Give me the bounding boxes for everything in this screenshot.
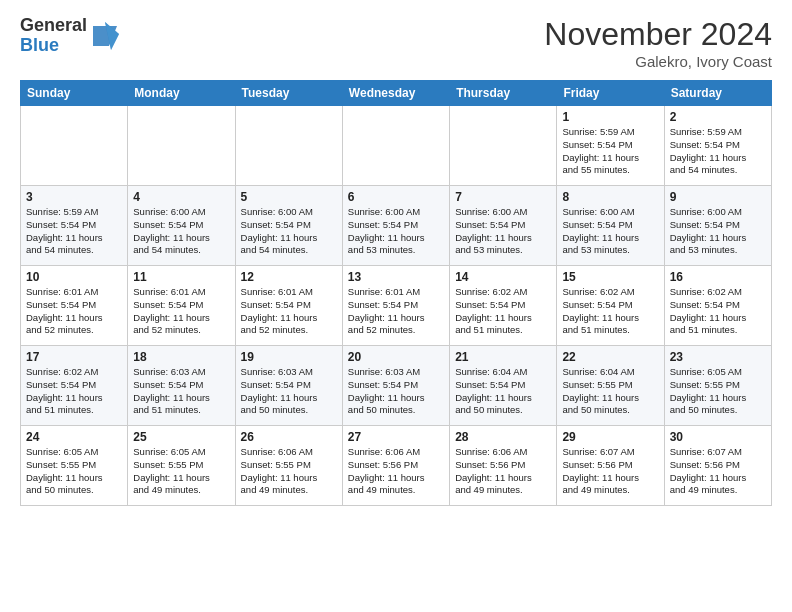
- day-info: Sunrise: 6:01 AMSunset: 5:54 PMDaylight:…: [133, 286, 229, 337]
- day-number: 6: [348, 190, 444, 204]
- col-monday: Monday: [128, 81, 235, 106]
- day-info: Sunrise: 6:03 AMSunset: 5:54 PMDaylight:…: [133, 366, 229, 417]
- day-number: 17: [26, 350, 122, 364]
- day-info: Sunrise: 5:59 AMSunset: 5:54 PMDaylight:…: [670, 126, 766, 177]
- title-block: November 2024 Galekro, Ivory Coast: [544, 16, 772, 70]
- calendar-cell: 18Sunrise: 6:03 AMSunset: 5:54 PMDayligh…: [128, 346, 235, 426]
- calendar-cell: 11Sunrise: 6:01 AMSunset: 5:54 PMDayligh…: [128, 266, 235, 346]
- page: General Blue November 2024 Galekro, Ivor…: [0, 0, 792, 612]
- logo-blue: Blue: [20, 36, 87, 56]
- day-number: 23: [670, 350, 766, 364]
- day-number: 29: [562, 430, 658, 444]
- day-info: Sunrise: 6:06 AMSunset: 5:56 PMDaylight:…: [455, 446, 551, 497]
- calendar-cell: [21, 106, 128, 186]
- calendar-cell: 12Sunrise: 6:01 AMSunset: 5:54 PMDayligh…: [235, 266, 342, 346]
- col-sunday: Sunday: [21, 81, 128, 106]
- day-info: Sunrise: 6:05 AMSunset: 5:55 PMDaylight:…: [133, 446, 229, 497]
- day-info: Sunrise: 6:03 AMSunset: 5:54 PMDaylight:…: [348, 366, 444, 417]
- day-info: Sunrise: 6:05 AMSunset: 5:55 PMDaylight:…: [670, 366, 766, 417]
- calendar-cell: 8Sunrise: 6:00 AMSunset: 5:54 PMDaylight…: [557, 186, 664, 266]
- day-info: Sunrise: 6:00 AMSunset: 5:54 PMDaylight:…: [348, 206, 444, 257]
- col-friday: Friday: [557, 81, 664, 106]
- day-info: Sunrise: 6:06 AMSunset: 5:55 PMDaylight:…: [241, 446, 337, 497]
- day-number: 27: [348, 430, 444, 444]
- col-thursday: Thursday: [450, 81, 557, 106]
- day-info: Sunrise: 6:02 AMSunset: 5:54 PMDaylight:…: [670, 286, 766, 337]
- calendar-cell: 7Sunrise: 6:00 AMSunset: 5:54 PMDaylight…: [450, 186, 557, 266]
- day-number: 30: [670, 430, 766, 444]
- logo-text: General Blue: [20, 16, 87, 56]
- calendar-cell: [235, 106, 342, 186]
- day-number: 13: [348, 270, 444, 284]
- logo-icon: [89, 18, 121, 54]
- day-number: 16: [670, 270, 766, 284]
- calendar-cell: [128, 106, 235, 186]
- calendar-week-1: 1Sunrise: 5:59 AMSunset: 5:54 PMDaylight…: [21, 106, 772, 186]
- day-info: Sunrise: 6:04 AMSunset: 5:54 PMDaylight:…: [455, 366, 551, 417]
- calendar-week-4: 17Sunrise: 6:02 AMSunset: 5:54 PMDayligh…: [21, 346, 772, 426]
- calendar-cell: 13Sunrise: 6:01 AMSunset: 5:54 PMDayligh…: [342, 266, 449, 346]
- day-number: 22: [562, 350, 658, 364]
- calendar-cell: 25Sunrise: 6:05 AMSunset: 5:55 PMDayligh…: [128, 426, 235, 506]
- day-info: Sunrise: 6:01 AMSunset: 5:54 PMDaylight:…: [348, 286, 444, 337]
- day-info: Sunrise: 6:01 AMSunset: 5:54 PMDaylight:…: [241, 286, 337, 337]
- day-number: 12: [241, 270, 337, 284]
- calendar-cell: 5Sunrise: 6:00 AMSunset: 5:54 PMDaylight…: [235, 186, 342, 266]
- calendar-cell: 29Sunrise: 6:07 AMSunset: 5:56 PMDayligh…: [557, 426, 664, 506]
- day-info: Sunrise: 6:05 AMSunset: 5:55 PMDaylight:…: [26, 446, 122, 497]
- day-number: 26: [241, 430, 337, 444]
- day-info: Sunrise: 5:59 AMSunset: 5:54 PMDaylight:…: [562, 126, 658, 177]
- day-info: Sunrise: 6:02 AMSunset: 5:54 PMDaylight:…: [455, 286, 551, 337]
- day-number: 19: [241, 350, 337, 364]
- calendar-cell: 2Sunrise: 5:59 AMSunset: 5:54 PMDaylight…: [664, 106, 771, 186]
- calendar-cell: 9Sunrise: 6:00 AMSunset: 5:54 PMDaylight…: [664, 186, 771, 266]
- day-number: 21: [455, 350, 551, 364]
- calendar-cell: [450, 106, 557, 186]
- logo-general: General: [20, 16, 87, 36]
- day-info: Sunrise: 6:02 AMSunset: 5:54 PMDaylight:…: [26, 366, 122, 417]
- calendar-week-5: 24Sunrise: 6:05 AMSunset: 5:55 PMDayligh…: [21, 426, 772, 506]
- calendar-cell: [342, 106, 449, 186]
- day-number: 8: [562, 190, 658, 204]
- calendar-cell: 14Sunrise: 6:02 AMSunset: 5:54 PMDayligh…: [450, 266, 557, 346]
- calendar-cell: 22Sunrise: 6:04 AMSunset: 5:55 PMDayligh…: [557, 346, 664, 426]
- calendar-cell: 20Sunrise: 6:03 AMSunset: 5:54 PMDayligh…: [342, 346, 449, 426]
- day-info: Sunrise: 6:07 AMSunset: 5:56 PMDaylight:…: [670, 446, 766, 497]
- calendar-cell: 21Sunrise: 6:04 AMSunset: 5:54 PMDayligh…: [450, 346, 557, 426]
- logo: General Blue: [20, 16, 121, 56]
- calendar-cell: 27Sunrise: 6:06 AMSunset: 5:56 PMDayligh…: [342, 426, 449, 506]
- day-number: 11: [133, 270, 229, 284]
- calendar: Sunday Monday Tuesday Wednesday Thursday…: [20, 80, 772, 506]
- day-number: 5: [241, 190, 337, 204]
- calendar-week-2: 3Sunrise: 5:59 AMSunset: 5:54 PMDaylight…: [21, 186, 772, 266]
- day-number: 15: [562, 270, 658, 284]
- calendar-cell: 23Sunrise: 6:05 AMSunset: 5:55 PMDayligh…: [664, 346, 771, 426]
- day-info: Sunrise: 6:02 AMSunset: 5:54 PMDaylight:…: [562, 286, 658, 337]
- day-number: 10: [26, 270, 122, 284]
- col-tuesday: Tuesday: [235, 81, 342, 106]
- month-title: November 2024: [544, 16, 772, 53]
- day-number: 20: [348, 350, 444, 364]
- calendar-cell: 30Sunrise: 6:07 AMSunset: 5:56 PMDayligh…: [664, 426, 771, 506]
- day-info: Sunrise: 6:00 AMSunset: 5:54 PMDaylight:…: [562, 206, 658, 257]
- day-info: Sunrise: 6:03 AMSunset: 5:54 PMDaylight:…: [241, 366, 337, 417]
- header: General Blue November 2024 Galekro, Ivor…: [20, 16, 772, 70]
- calendar-cell: 28Sunrise: 6:06 AMSunset: 5:56 PMDayligh…: [450, 426, 557, 506]
- calendar-cell: 15Sunrise: 6:02 AMSunset: 5:54 PMDayligh…: [557, 266, 664, 346]
- location: Galekro, Ivory Coast: [544, 53, 772, 70]
- col-saturday: Saturday: [664, 81, 771, 106]
- day-info: Sunrise: 6:06 AMSunset: 5:56 PMDaylight:…: [348, 446, 444, 497]
- calendar-cell: 17Sunrise: 6:02 AMSunset: 5:54 PMDayligh…: [21, 346, 128, 426]
- day-number: 7: [455, 190, 551, 204]
- calendar-cell: 16Sunrise: 6:02 AMSunset: 5:54 PMDayligh…: [664, 266, 771, 346]
- calendar-cell: 24Sunrise: 6:05 AMSunset: 5:55 PMDayligh…: [21, 426, 128, 506]
- day-number: 2: [670, 110, 766, 124]
- day-info: Sunrise: 6:00 AMSunset: 5:54 PMDaylight:…: [670, 206, 766, 257]
- day-number: 28: [455, 430, 551, 444]
- day-info: Sunrise: 6:00 AMSunset: 5:54 PMDaylight:…: [133, 206, 229, 257]
- day-number: 18: [133, 350, 229, 364]
- day-info: Sunrise: 6:00 AMSunset: 5:54 PMDaylight:…: [455, 206, 551, 257]
- calendar-week-3: 10Sunrise: 6:01 AMSunset: 5:54 PMDayligh…: [21, 266, 772, 346]
- day-number: 14: [455, 270, 551, 284]
- col-wednesday: Wednesday: [342, 81, 449, 106]
